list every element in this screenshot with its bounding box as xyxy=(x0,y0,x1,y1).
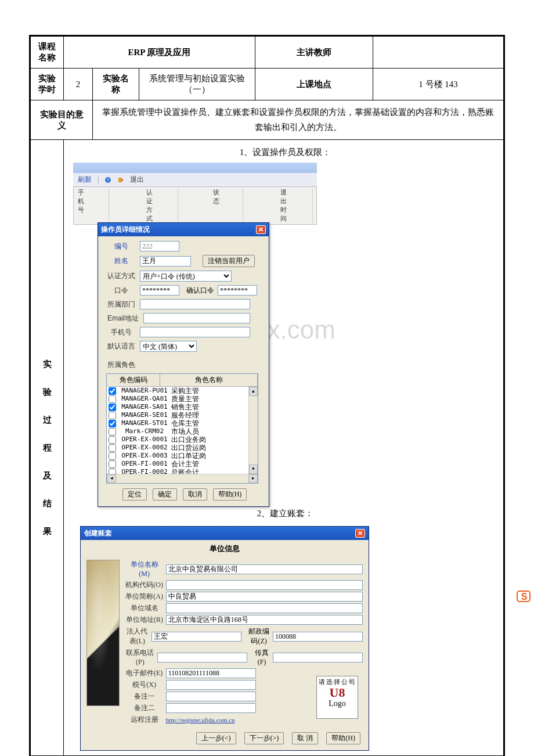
role-item[interactable]: MANAGER-PU01采购主管 xyxy=(107,387,258,395)
exit-button[interactable]: 退出 xyxy=(130,175,144,185)
role-checkbox[interactable] xyxy=(109,436,116,444)
role-item[interactable]: MANAGER-ST01仓库主管 xyxy=(107,419,258,427)
role-name: 销售主管 xyxy=(171,403,199,411)
lang-select[interactable]: 中文 (简体) xyxy=(140,341,197,352)
dialog-title: 操作员详细情况 xyxy=(101,225,150,235)
hours-label: 实验学时 xyxy=(30,69,64,100)
role-item[interactable]: OPER-FI-0001会计主管 xyxy=(107,460,258,468)
role-item[interactable]: OPER-FI-0002总账会计 xyxy=(107,468,258,474)
domain-label: 单位域名 xyxy=(125,603,164,613)
lang-label: 默认语言 xyxy=(106,341,136,351)
role-checkbox[interactable] xyxy=(109,469,116,474)
role-code: MANAGER-SA01 xyxy=(118,403,171,411)
dialog2-title: 创建账套 xyxy=(84,528,112,538)
vertical-scrollbar[interactable]: ▴ ▾ xyxy=(248,387,258,474)
role-item[interactable]: MANAGER-SA01销售主管 xyxy=(107,403,258,411)
exit-icon[interactable] xyxy=(117,177,124,183)
mobile-field[interactable] xyxy=(140,327,250,337)
role-name: 总账会计 xyxy=(171,468,199,474)
teacher-value xyxy=(373,36,504,69)
dialog2-titlebar[interactable]: 创建账套 ✕ xyxy=(81,527,369,540)
scroll-down-icon[interactable]: ▾ xyxy=(249,465,258,474)
email-field[interactable] xyxy=(143,313,250,323)
help2-button[interactable]: 帮助(H) xyxy=(326,732,360,744)
pwd-field[interactable] xyxy=(140,285,179,296)
fax-field[interactable] xyxy=(273,653,363,663)
dept-field[interactable] xyxy=(140,299,250,309)
unit-name-field[interactable] xyxy=(166,564,363,574)
zip-field[interactable] xyxy=(273,632,363,642)
role-checkbox[interactable] xyxy=(109,428,116,435)
cancel-button[interactable]: 取消 xyxy=(183,488,207,501)
pwd2-field[interactable] xyxy=(218,285,257,296)
remote-label: 远程注册 xyxy=(125,715,164,725)
role-checkbox[interactable] xyxy=(109,395,116,403)
prev-button[interactable]: 上一步(<) xyxy=(196,732,236,744)
role-item[interactable]: MANAGER-QA01质量主管 xyxy=(107,395,258,403)
email-label: Email地址 xyxy=(106,314,140,323)
logout-button[interactable]: 注销当前用户 xyxy=(203,255,255,267)
app-toolbar: 刷新 | ? 退出 xyxy=(73,173,317,186)
tax-label: 税号(X) xyxy=(125,680,164,690)
org-code-field[interactable] xyxy=(166,580,363,590)
next-button[interactable]: 下一步(>) xyxy=(244,732,284,744)
addr-field[interactable] xyxy=(166,615,363,625)
zip-label: 邮政编码(Z) xyxy=(247,627,270,646)
app-titlebar-bg xyxy=(73,163,317,173)
list-col-auth: 认证方式 xyxy=(144,188,179,223)
mobile-label: 手机号 xyxy=(106,327,136,337)
role-item[interactable]: Mark-CRM02市场人员 xyxy=(107,427,258,435)
sogou-ime-icon[interactable]: S xyxy=(516,589,532,605)
auth-select[interactable]: 用户+口令 (传统) xyxy=(140,271,232,282)
help-button[interactable]: 帮助(H) xyxy=(213,488,247,501)
role-checkbox[interactable] xyxy=(109,444,116,452)
ok-button[interactable]: 确定 xyxy=(153,488,177,501)
role-checkbox[interactable] xyxy=(109,452,116,460)
scroll-up-icon[interactable]: ▴ xyxy=(249,387,258,396)
role-checkbox[interactable] xyxy=(109,420,116,427)
section2-label: 2、建立账套： xyxy=(70,506,497,524)
horizontal-scrollbar[interactable]: ◂ ▸ xyxy=(107,474,258,483)
domain-field[interactable] xyxy=(166,603,363,613)
teacher-label: 主讲教师 xyxy=(255,36,373,69)
scroll-left-icon[interactable]: ◂ xyxy=(107,474,116,483)
fax-label: 传真(F) xyxy=(253,648,270,667)
role-checkbox[interactable] xyxy=(109,387,116,395)
role-checkbox[interactable] xyxy=(109,412,116,419)
role-checkbox[interactable] xyxy=(109,460,116,468)
course-name-label: 课程名称 xyxy=(30,36,64,69)
role-code: MANAGER-SE01 xyxy=(118,411,171,419)
legal-field[interactable] xyxy=(151,632,241,642)
locate-button[interactable]: 定位 xyxy=(122,488,147,501)
close-icon[interactable]: ✕ xyxy=(256,225,266,234)
abbr-field[interactable] xyxy=(166,592,363,602)
role-checkbox[interactable] xyxy=(109,404,116,411)
dialog-titlebar[interactable]: 操作员详细情况 ✕ xyxy=(98,223,269,236)
role-item[interactable]: OPER-EX-0002出口货运岗 xyxy=(107,444,258,452)
role-item[interactable]: MANAGER-SE01服务经理 xyxy=(107,411,258,419)
role-item[interactable]: OPER-EX-0001出口业务岗 xyxy=(107,435,258,444)
help-icon[interactable]: ? xyxy=(104,177,111,183)
svg-text:S: S xyxy=(521,592,528,602)
id-field[interactable] xyxy=(140,241,179,251)
logo-u8: U8 xyxy=(317,686,358,699)
role-item[interactable]: OPER-EX-0003出口单证岗 xyxy=(107,452,258,460)
dept-label: 所属部门 xyxy=(106,300,136,309)
remark2-field[interactable] xyxy=(166,703,256,713)
remark1-field[interactable] xyxy=(166,692,256,701)
email2-field[interactable] xyxy=(166,668,256,678)
dialog2-subtitle: 单位信息 xyxy=(81,540,369,556)
refresh-button[interactable]: 刷新 xyxy=(78,175,92,185)
name-label: 姓名 xyxy=(106,256,136,266)
exp-name-label: 实验名称 xyxy=(93,69,139,100)
cancel2-button[interactable]: 取 消 xyxy=(292,732,318,744)
side-label: 实验过程及结果 xyxy=(30,140,64,757)
list-header: 手机号 认证方式 状态 退出时间 xyxy=(73,186,317,225)
close-icon[interactable]: ✕ xyxy=(355,529,365,538)
scroll-right-icon[interactable]: ▸ xyxy=(248,474,258,483)
remote-link[interactable]: http://register.ufida.com.cn xyxy=(166,717,235,723)
tax-field[interactable] xyxy=(166,680,256,690)
phone-field[interactable] xyxy=(157,653,247,663)
company-logo-box[interactable]: 请选择公司 U8 Logo xyxy=(316,676,358,719)
name-field[interactable] xyxy=(140,256,191,267)
